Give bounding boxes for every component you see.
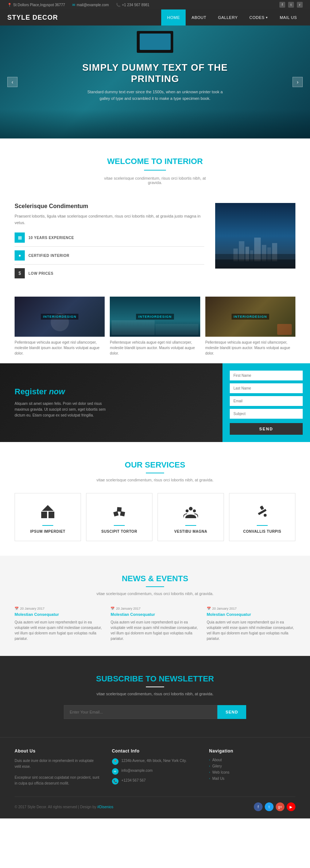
arrow-icon-gilery: › <box>209 765 210 768</box>
svg-rect-3 <box>113 511 119 517</box>
service-suscipit: SUSCIPIT TORTOR <box>86 493 152 541</box>
footer-googleplus-icon[interactable]: g+ <box>276 802 284 811</box>
service-convallis: CONVALLIS TURPIS <box>229 493 295 541</box>
footer-contact-col: Contact Info 📍 1234b Avenue, 4th block, … <box>112 748 198 787</box>
hero-next-button[interactable]: › <box>292 77 303 87</box>
register-description: Aliquam sit amet sapien felis. Proin vel… <box>15 401 109 418</box>
register-text: Register now Aliquam sit amet sapien fel… <box>15 387 109 418</box>
svg-rect-10 <box>260 505 264 510</box>
newsletter-send-button[interactable]: SEND <box>217 705 246 719</box>
svg-point-8 <box>193 509 196 512</box>
phone-info: 📞 +1 234 567 8981 <box>116 3 149 7</box>
gallery-image-1[interactable]: INTERIORDESIGN <box>15 297 105 337</box>
newsletter-title: SUBSCRIBE TO NEWSLETTER <box>15 674 295 684</box>
gallery-item-3: INTERIORDESIGN Pellentesque vehicula aug… <box>205 297 295 356</box>
service-name-suscipit: SUSCIPIT TORTOR <box>92 529 147 533</box>
welcome-section: WELCOME TO INTERIOR vitae scelerisque co… <box>0 138 310 196</box>
footer-nav-mail[interactable]: › Mail Us <box>209 777 295 781</box>
news-title-3[interactable]: Molestian Consequatur <box>207 612 295 617</box>
lastname-input[interactable] <box>230 383 303 393</box>
feature-label-experience: 10 YEARS EXPERIENCE <box>28 236 74 240</box>
news-body-1: Quia autem vel eum iure reprehenderit qu… <box>15 619 103 641</box>
news-title-1[interactable]: Molestian Consequatur <box>15 612 103 617</box>
newsletter-divider <box>146 687 164 687</box>
about-features: ▦ 10 YEARS EXPERIENCE ● CERTIFIED INTERI… <box>15 232 204 278</box>
news-date-2: 📅 20 January 2017 <box>111 607 199 610</box>
news-date-3: 📅 20 January 2017 <box>207 607 295 610</box>
footer-bottom: © 2017 Style Decor. All rights reserved … <box>15 797 295 811</box>
footer-about-text1: Duis aute irure dolor in reprehenderit i… <box>15 758 101 770</box>
about-heading: Scelerisque Condimentum <box>15 203 204 210</box>
gallery-image-2[interactable]: INTERIORDESIGN <box>110 297 200 337</box>
register-section: Register now Aliquam sit amet sapien fel… <box>0 363 310 442</box>
register-send-button[interactable]: SEND <box>230 423 303 435</box>
footer-email-text: info@example.com <box>121 768 153 773</box>
gallery-desc-2: Pellentesque vehicula augue eget nisl ul… <box>110 340 200 356</box>
service-divider-suscipit <box>114 525 125 526</box>
svg-point-11 <box>264 514 267 517</box>
footer-phone-icon: 📞 <box>112 778 119 785</box>
services-subtitle: vitae scelerisque condimentum, risus orc… <box>15 478 295 482</box>
service-name-convallis: CONVALLIS TURPIS <box>235 529 290 533</box>
services-section: OUR SERVICES vitae scelerisque condiment… <box>0 442 310 556</box>
footer-grid: About Us Duis aute irure dolor in repreh… <box>15 748 295 787</box>
hero-tv-deco <box>137 31 173 53</box>
service-name-vestibu: VESTIBU MAGNA <box>163 529 218 533</box>
gallery-overlay-2: INTERIORDESIGN <box>110 297 200 337</box>
footer-nav-col: Navigation › About › Gilery › Web Icons … <box>209 748 295 787</box>
news-date-1: 📅 20 January 2017 <box>15 607 103 610</box>
nav-gallery[interactable]: GALLERY <box>212 9 244 26</box>
service-name-ipsum: IPSUM IMPERDIET <box>20 529 75 533</box>
service-ipsum: IPSUM IMPERDIET <box>15 493 81 541</box>
hero-content: SIMPLY DUMMY TEXT OF THE PRINTING Standa… <box>64 62 246 102</box>
register-heading: Register now <box>15 387 109 396</box>
about-section: Scelerisque Condimentum Praesent loborti… <box>0 196 310 293</box>
email-input[interactable] <box>230 396 303 406</box>
nav-links: HOME ABOUT GALLERY CODES MAIL US <box>161 9 303 26</box>
newsletter-section: SUBSCRIBE TO NEWSLETTER vitae scelerisqu… <box>0 656 310 737</box>
svg-point-6 <box>189 507 193 511</box>
facebook-icon[interactable]: f <box>279 2 285 8</box>
top-bar-info: 📍 St Dollors Place,Ingyspot 36777 ✉ mail… <box>7 3 150 7</box>
subject-input[interactable] <box>230 409 303 419</box>
services-divider <box>146 473 164 473</box>
firstname-input[interactable] <box>230 371 303 380</box>
phone-icon: 📞 <box>116 3 120 7</box>
site-logo: STYLE DECOR <box>7 14 58 21</box>
rss-icon[interactable]: r <box>297 2 303 8</box>
footer-youtube-icon[interactable]: ▶ <box>287 802 295 811</box>
twitter-icon[interactable]: t <box>288 2 294 8</box>
footer-nav-about[interactable]: › About <box>209 758 295 762</box>
arrow-icon-mail: › <box>209 777 210 780</box>
gallery-overlay-3: INTERIORDESIGN <box>205 297 295 337</box>
newsletter-subtitle: vitae scelerisque condimentum, risus orc… <box>15 692 295 696</box>
designer-link[interactable]: #Disenios <box>97 805 113 809</box>
nav-mail[interactable]: MAIL US <box>274 9 303 26</box>
service-icon-vestibu <box>163 503 218 521</box>
gallery-item-2: INTERIORDESIGN Pellentesque vehicula aug… <box>110 297 200 356</box>
copyright-text: © 2017 Style Decor. All rights reserved … <box>15 805 113 809</box>
gallery-image-3[interactable]: INTERIORDESIGN <box>205 297 295 337</box>
footer-nav-gilery[interactable]: › Gilery <box>209 764 295 768</box>
news-item-1: 📅 20 January 2017 Molestian Consequatur … <box>15 607 103 641</box>
svg-rect-0 <box>41 512 47 518</box>
svg-rect-4 <box>120 511 125 516</box>
footer-twitter-icon[interactable]: t <box>265 802 274 811</box>
footer-facebook-icon[interactable]: f <box>254 802 263 811</box>
gallery-label-1: INTERIORDESIGN <box>41 314 79 320</box>
news-grid: 📅 20 January 2017 Molestian Consequatur … <box>15 607 295 641</box>
feature-icon-experience: ▦ <box>15 232 25 243</box>
footer-nav-webicons[interactable]: › Web Icons <box>209 770 295 774</box>
news-item-3: 📅 20 January 2017 Molestian Consequatur … <box>207 607 295 641</box>
address-info: 📍 St Dollors Place,Ingyspot 36777 <box>7 3 65 7</box>
service-divider-vestibu <box>185 525 196 526</box>
newsletter-email-input[interactable] <box>64 705 217 719</box>
hero-prev-button[interactable]: ‹ <box>7 77 18 87</box>
nav-codes[interactable]: CODES <box>244 9 274 26</box>
nav-home[interactable]: HOME <box>161 9 186 26</box>
register-left: Register now Aliquam sit amet sapien fel… <box>0 363 222 442</box>
svg-rect-1 <box>49 512 54 518</box>
nav-about[interactable]: ABOUT <box>186 9 212 26</box>
footer-phone: 📞 +1234 567 567 <box>112 778 198 785</box>
news-title-2[interactable]: Molestian Consequatur <box>111 612 199 617</box>
